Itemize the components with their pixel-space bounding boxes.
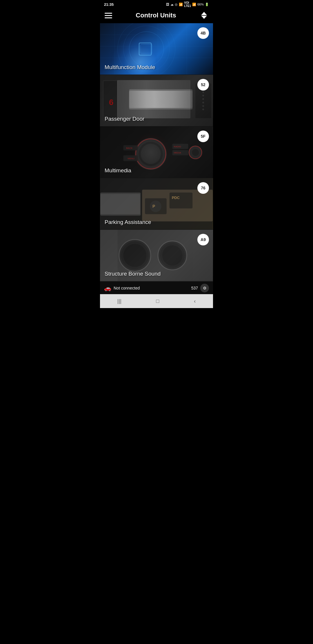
card-badge-structure: A9	[197, 234, 209, 245]
connection-status-text: Not connected	[114, 286, 140, 290]
card-bg-decoration	[100, 23, 213, 75]
connection-status-area: 🚗 Not connected	[104, 285, 140, 292]
car-icon: 🚗	[104, 285, 111, 292]
card-badge-parking: 76	[197, 182, 209, 194]
status-bar: 21:35 🖼 ☁ ◎ 📶 VOlLTE1 📶 66% 🔋	[100, 0, 213, 8]
svg-point-21	[202, 95, 204, 97]
svg-text:6: 6	[109, 98, 113, 107]
nav-recent-button[interactable]: |||	[117, 298, 121, 304]
sort-button[interactable]	[200, 11, 208, 20]
lte-icon: VOlLTE1	[184, 1, 191, 8]
settings-icon: ⚙	[203, 286, 207, 290]
wifi-icon: 📶	[179, 3, 183, 6]
status-icons: 🖼 ☁ ◎ 📶 VOlLTE1 📶 66% 🔋	[166, 1, 209, 8]
battery-text: 66%	[197, 3, 204, 6]
svg-marker-0	[201, 12, 207, 15]
card-multifunction[interactable]: Multifunction Module 4B	[100, 23, 213, 75]
svg-point-51	[150, 201, 161, 212]
top-nav: Control Units	[100, 8, 213, 23]
svg-text:PDC: PDC	[172, 196, 180, 200]
menu-button[interactable]	[105, 13, 112, 18]
svg-rect-48	[170, 193, 193, 209]
page-title: Control Units	[136, 12, 176, 19]
svg-point-56	[123, 244, 147, 267]
settings-button[interactable]: ⚙	[200, 284, 209, 292]
card-label-parking: Parking Assistance	[105, 219, 151, 225]
svg-point-22	[202, 98, 204, 100]
version-number: 537	[191, 286, 198, 290]
svg-point-59	[162, 245, 183, 266]
svg-point-24	[202, 105, 204, 107]
svg-marker-1	[201, 16, 207, 19]
svg-point-23	[202, 102, 204, 103]
card-label-structure: Structure Borne Sound	[105, 271, 161, 277]
svg-text:P: P	[152, 204, 155, 209]
cloud-icon: ☁	[170, 3, 174, 6]
nav-home-button[interactable]: □	[156, 298, 159, 304]
svg-point-3	[123, 26, 170, 72]
svg-text:RADIO: RADIO	[174, 145, 181, 148]
card-badge-multimedia: 5F	[197, 131, 209, 142]
svg-rect-17	[129, 91, 193, 108]
alarm-icon: ◎	[175, 3, 178, 6]
battery-icon: 🔋	[205, 3, 209, 6]
bottom-status-bar: 🚗 Not connected 537 ⚙	[100, 281, 213, 294]
gallery-icon: 🖼	[166, 3, 169, 6]
version-area: 537 ⚙	[191, 284, 209, 292]
card-multimedia[interactable]: MENU BACK RADIO MEDIA Multimedia 5F	[100, 126, 213, 178]
card-label-multimedia: Multimedia	[105, 167, 131, 174]
nav-back-button[interactable]: ‹	[194, 298, 196, 304]
card-label-passenger: Passenger Door	[105, 116, 144, 122]
svg-text:MENU: MENU	[128, 157, 135, 160]
card-structure[interactable]: Structure Borne Sound A9	[100, 230, 213, 281]
svg-rect-5	[141, 45, 152, 53]
svg-point-30	[141, 144, 161, 164]
svg-point-25	[202, 108, 204, 110]
card-badge-passenger: 52	[197, 79, 209, 91]
signal-icon: 📶	[192, 3, 196, 6]
svg-text:BACK: BACK	[126, 147, 133, 149]
svg-point-2	[129, 32, 164, 66]
svg-point-42	[192, 149, 199, 156]
card-parking[interactable]: PDC P Parking Assistance 76	[100, 178, 213, 230]
card-passenger[interactable]: 6 Passenger Door 52	[100, 75, 213, 126]
svg-text:MEDIA: MEDIA	[174, 151, 181, 154]
card-list: Multifunction Module 4B 6	[100, 23, 213, 281]
status-time: 21:35	[104, 2, 114, 7]
svg-point-4	[118, 23, 175, 75]
svg-point-20	[202, 91, 204, 93]
android-nav-bar: ||| □ ‹	[100, 294, 213, 308]
svg-rect-46	[100, 194, 140, 214]
